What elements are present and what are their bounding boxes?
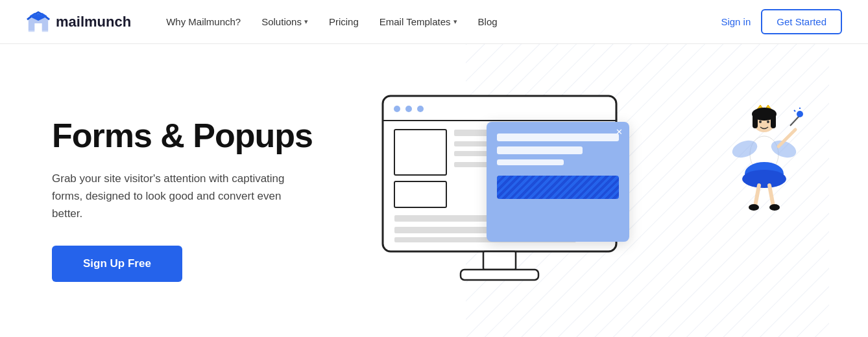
brand-name: mailmunch — [56, 14, 131, 30]
hero-description: Grab your site visitor's attention with … — [52, 170, 285, 223]
nav-blog[interactable]: Blog — [469, 11, 507, 32]
popup-close-icon: ✕ — [616, 127, 623, 137]
svg-point-23 — [759, 121, 762, 123]
hero-section: Forms & Popups Grab your site visitor's … — [0, 44, 868, 337]
svg-point-5 — [417, 106, 424, 112]
svg-rect-16 — [483, 251, 516, 270]
get-started-button[interactable]: Get Started — [761, 9, 842, 34]
nav-email-templates[interactable]: Email Templates ▾ — [370, 11, 466, 32]
popup-cta-bar — [497, 176, 619, 199]
solutions-chevron-icon: ▾ — [304, 17, 308, 26]
popup-card: ✕ — [487, 122, 629, 242]
svg-rect-21 — [753, 114, 758, 128]
svg-rect-22 — [771, 114, 776, 128]
nav-links: Why Mailmunch? Solutions ▾ Pricing Email… — [157, 11, 721, 32]
nav-pricing[interactable]: Pricing — [320, 11, 368, 32]
sign-in-button[interactable]: Sign in — [721, 16, 751, 27]
nav-right: Sign in Get Started — [721, 9, 842, 34]
svg-rect-17 — [461, 270, 538, 280]
email-templates-chevron-icon: ▾ — [453, 17, 457, 26]
popup-line-1 — [497, 134, 619, 141]
svg-line-36 — [755, 185, 759, 206]
hero-illustration: ✕ — [350, 83, 816, 316]
hero-left: Forms & Popups Grab your site visitor's … — [52, 117, 324, 283]
popup-line-2 — [497, 146, 583, 154]
svg-point-3 — [394, 106, 400, 112]
nav-why-mailmunch[interactable]: Why Mailmunch? — [157, 11, 250, 32]
logo-icon — [26, 10, 51, 34]
hero-title: Forms & Popups — [52, 117, 324, 154]
svg-point-32 — [797, 111, 803, 117]
svg-point-4 — [405, 106, 412, 112]
svg-point-39 — [769, 204, 780, 211]
signup-button[interactable]: Sign Up Free — [52, 246, 182, 282]
mascot-illustration — [725, 102, 803, 235]
svg-point-27 — [742, 170, 786, 188]
svg-point-38 — [749, 204, 759, 211]
popup-line-3 — [497, 159, 564, 165]
logo-link[interactable]: mailmunch — [26, 10, 131, 34]
nav-solutions[interactable]: Solutions ▾ — [252, 11, 317, 32]
fairy-svg — [725, 102, 803, 232]
svg-line-37 — [769, 185, 773, 206]
svg-point-24 — [767, 121, 769, 123]
navbar: mailmunch Why Mailmunch? Solutions ▾ Pri… — [0, 0, 868, 44]
svg-line-34 — [794, 110, 795, 111]
